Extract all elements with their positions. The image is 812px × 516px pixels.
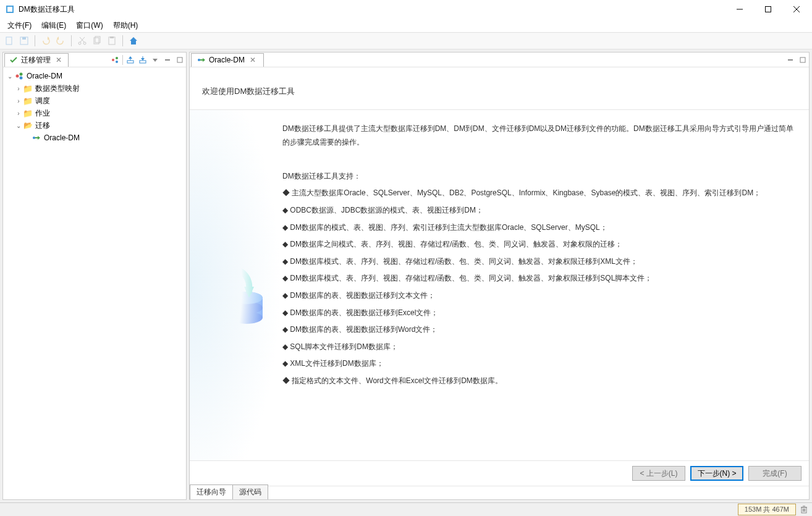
bullet-item: ◆ DM数据库之间模式、表、序列、视图、存储过程/函数、包、类、同义词、触发器、… xyxy=(282,238,797,252)
editor-tabs: Oracle-DM ✕ xyxy=(190,53,809,67)
migration-icon xyxy=(9,55,19,65)
bullet-item: ◆ DM数据库的表、视图数据迁移到文本文件； xyxy=(282,289,797,303)
memory-indicator[interactable]: 153M 共 467M xyxy=(738,504,796,515)
folder-icon: 📁 xyxy=(23,83,33,93)
editor-content: 欢迎使用DM数据迁移工具 xyxy=(190,67,809,499)
new-icon[interactable] xyxy=(2,34,16,48)
minimize-panel-icon[interactable] xyxy=(163,55,172,65)
prev-button: < 上一步(L) xyxy=(632,466,685,481)
tree-label: 调度 xyxy=(35,96,50,106)
tree-view[interactable]: ⌄ Oracle-DM › 📁 数据类型映射 › 📁 调度 › 📁 作业 xyxy=(3,67,186,499)
paste-icon[interactable] xyxy=(105,34,119,48)
svg-rect-31 xyxy=(177,57,182,62)
svg-point-20 xyxy=(112,59,114,61)
tab-close-icon[interactable]: ✕ xyxy=(53,56,64,64)
tree-node-oracle-dm[interactable]: Oracle-DM xyxy=(6,132,184,144)
refresh-icon[interactable] xyxy=(110,55,120,65)
next-button[interactable]: 下一步(N) > xyxy=(690,466,743,481)
export-icon[interactable] xyxy=(138,55,148,65)
svg-marker-19 xyxy=(130,37,137,44)
left-panel: 迁移管理 ✕ ⌄ Oracle-DM › 📁 xyxy=(2,52,187,500)
migration-item-icon xyxy=(32,133,41,143)
folder-icon: 📁 xyxy=(23,96,33,106)
status-bar: 153M 共 467M xyxy=(0,502,812,516)
tab-wizard[interactable]: 迁移向导 xyxy=(190,484,233,499)
menu-edit[interactable]: 编辑(E) xyxy=(36,19,71,32)
tab-close-icon[interactable]: ✕ xyxy=(247,56,258,64)
finish-button: 完成(F) xyxy=(748,466,801,481)
window-title: DM数据迁移工具 xyxy=(19,4,725,15)
tree-node-type-mapping[interactable]: › 📁 数据类型映射 xyxy=(6,82,184,95)
maximize-panel-icon[interactable] xyxy=(175,55,185,65)
tree-expand-icon[interactable]: › xyxy=(14,110,23,117)
svg-rect-26 xyxy=(140,61,146,63)
tree-node-schedule[interactable]: › 📁 调度 xyxy=(6,95,184,107)
menu-file[interactable]: 文件(F) xyxy=(2,19,36,32)
content-row: DM数据迁移工具提供了主流大型数据库迁移到DM、DM到DM、文件迁移到DM以及D… xyxy=(190,109,809,461)
tree-node-job[interactable]: › 📁 作业 xyxy=(6,107,184,119)
bullet-item: ◆ XML文件迁移到DM数据库； xyxy=(282,357,797,371)
editor-tab-oracle-dm[interactable]: Oracle-DM ✕ xyxy=(191,53,264,67)
maximize-panel-icon[interactable] xyxy=(798,55,808,65)
tab-migration-label: 迁移管理 xyxy=(21,55,51,66)
close-button[interactable] xyxy=(782,0,811,19)
menu-help[interactable]: 帮助(H) xyxy=(108,19,143,32)
tree-label: 作业 xyxy=(35,108,50,119)
dropdown-icon[interactable] xyxy=(150,55,160,65)
svg-rect-23 xyxy=(127,61,133,63)
tree-expand-icon[interactable]: › xyxy=(14,98,23,104)
illustration xyxy=(190,110,282,460)
bullet-item: ◆ SQL脚本文件迁移到DM数据库； xyxy=(282,340,797,354)
folder-icon: 📁 xyxy=(23,108,33,118)
minimize-button[interactable] xyxy=(725,0,754,19)
tree-node-migration[interactable]: ⌄ 📂 迁移 xyxy=(6,119,184,132)
svg-rect-39 xyxy=(788,59,793,61)
wizard-buttons: < 上一步(L) 下一步(N) > 完成(F) xyxy=(190,461,809,486)
svg-point-11 xyxy=(78,42,81,44)
tree-toggle-icon[interactable]: ⌄ xyxy=(6,73,14,80)
bullet-item: ◆ DM数据库模式、表、序列、视图、存储过程/函数、包、类、同义词、触发器、对象… xyxy=(282,272,797,285)
svg-rect-3 xyxy=(766,7,771,12)
project-icon xyxy=(14,71,24,81)
home-icon[interactable] xyxy=(127,34,140,48)
undo-icon[interactable] xyxy=(39,34,53,48)
left-panel-tabs: 迁移管理 ✕ xyxy=(3,53,186,67)
folder-open-icon: 📂 xyxy=(23,121,33,130)
tree-root[interactable]: ⌄ Oracle-DM xyxy=(6,70,184,82)
migration-item-icon xyxy=(197,55,206,65)
maximize-button[interactable] xyxy=(754,0,782,19)
support-title: DM数据迁移工具支持： xyxy=(282,170,797,184)
tree-toggle-icon[interactable]: ⌄ xyxy=(14,122,23,129)
minimize-panel-icon[interactable] xyxy=(785,55,795,65)
bullet-item: ◆ DM数据库的模式、表、视图、序列、索引迁移到主流大型数据库Oracle、SQ… xyxy=(282,221,797,235)
redo-icon[interactable] xyxy=(54,34,67,48)
cut-icon[interactable] xyxy=(75,34,89,48)
svg-rect-8 xyxy=(22,37,26,40)
bullet-item: ◆ 指定格式的文本文件、Word文件和Excel文件迁移到DM数据库。 xyxy=(282,374,797,388)
tree-expand-icon[interactable]: › xyxy=(14,85,23,92)
svg-point-12 xyxy=(83,42,86,44)
svg-rect-1 xyxy=(7,7,12,12)
save-icon[interactable] xyxy=(17,34,31,48)
trash-icon[interactable] xyxy=(800,505,810,515)
app-icon xyxy=(5,4,15,14)
tab-source[interactable]: 源代码 xyxy=(232,484,268,499)
tab-migration-manager[interactable]: 迁移管理 ✕ xyxy=(4,53,69,67)
tree-label: 数据类型映射 xyxy=(35,83,80,94)
copy-icon[interactable] xyxy=(90,34,104,48)
menu-bar: 文件(F) 编辑(E) 窗口(W) 帮助(H) xyxy=(0,19,812,32)
svg-rect-6 xyxy=(6,37,12,44)
content-text: DM数据迁移工具提供了主流大型数据库迁移到DM、DM到DM、文件迁移到DM以及D… xyxy=(282,110,809,460)
svg-marker-35 xyxy=(38,136,40,140)
editor-tab-label: Oracle-DM xyxy=(209,56,245,64)
svg-line-13 xyxy=(80,37,85,42)
svg-point-22 xyxy=(116,61,118,63)
bullet-item: ◆ ODBC数据源、JDBC数据源的模式、表、视图迁移到DM； xyxy=(282,204,797,218)
right-panel: Oracle-DM ✕ 欢迎使用DM数据迁移工具 xyxy=(189,52,810,500)
menu-window[interactable]: 窗口(W) xyxy=(71,19,108,32)
svg-point-32 xyxy=(16,75,19,78)
tree-label: Oracle-DM xyxy=(44,133,80,142)
svg-rect-18 xyxy=(110,36,114,38)
bullet-item: ◆ DM数据库模式、表、序列、视图、存储过程/函数、包、类、同义词、触发器、对象… xyxy=(282,255,797,269)
import-icon[interactable] xyxy=(125,55,135,65)
